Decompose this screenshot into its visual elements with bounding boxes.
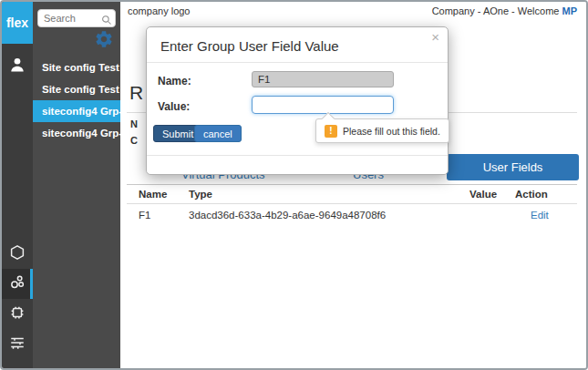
edit-link[interactable]: Edit xyxy=(531,210,549,221)
chip-icon xyxy=(9,304,26,324)
validation-tooltip: ! Please fill out this field. xyxy=(315,118,449,143)
modal-header-divider xyxy=(147,62,448,63)
table-header-value: Value xyxy=(469,189,497,200)
close-icon[interactable]: × xyxy=(431,29,439,45)
user-icon xyxy=(8,56,26,77)
settings-gear-icon[interactable] xyxy=(94,36,114,52)
obscured-label-fragment-2: C xyxy=(130,135,138,146)
name-field[interactable] xyxy=(252,71,394,87)
group-circles-icon xyxy=(9,274,26,294)
table-header-type: Type xyxy=(189,189,212,200)
table-header-action: Action xyxy=(515,189,548,200)
rail-item-groups[interactable] xyxy=(2,269,33,299)
sidebar-item-site-config-test-2[interactable]: Site config Test 2 xyxy=(33,78,120,100)
page-heading-fragment: R xyxy=(129,82,143,104)
rail-item-sliders[interactable] xyxy=(2,329,33,359)
search-box xyxy=(37,9,116,27)
table-header-border xyxy=(127,203,577,204)
sliders-icon xyxy=(9,334,26,355)
rail-bottom-group xyxy=(2,239,33,359)
modal-footer-divider xyxy=(147,155,448,156)
cancel-button[interactable]: cancel xyxy=(194,125,242,142)
table-cell-type: 3dacd36d-633a-4b29-a6ae-9649a48708f6 xyxy=(189,210,386,221)
group-user-field-modal: Enter Group User Field Value × Name: Val… xyxy=(146,26,449,175)
validation-message: Please fill out this field. xyxy=(343,126,440,137)
modal-title: Enter Group User Field Value xyxy=(160,38,339,54)
sidebar: Site config Test 1 Site config Test 2 si… xyxy=(33,2,120,368)
rail-item-hexagon[interactable] xyxy=(2,239,33,269)
sidebar-nav-list: Site config Test 1 Site config Test 2 si… xyxy=(33,57,120,144)
icon-rail: flex xyxy=(2,2,33,368)
rail-item-user[interactable] xyxy=(2,51,33,82)
name-field-label: Name: xyxy=(158,75,191,87)
search-icon xyxy=(101,13,112,29)
tooltip-caret xyxy=(322,112,335,125)
rail-item-chip[interactable] xyxy=(2,299,33,329)
app-window: flex xyxy=(0,0,588,370)
user-initials-link[interactable]: MP xyxy=(562,5,578,16)
table-cell-name: F1 xyxy=(139,210,150,221)
obscured-label-fragment-1: N xyxy=(130,118,138,129)
sidebar-item-siteconfig4-grp-1[interactable]: siteconfig4 Grp-1 xyxy=(33,100,120,122)
company-logo-text: company logo xyxy=(128,5,191,16)
table-header-name: Name xyxy=(139,189,167,200)
welcome-bar: Company - AOne - Welcome MP xyxy=(432,5,577,16)
table-top-border xyxy=(127,184,577,185)
value-field-label: Value: xyxy=(158,100,190,113)
hexagon-icon xyxy=(9,244,26,264)
sidebar-item-site-config-test-1[interactable]: Site config Test 1 xyxy=(33,57,120,78)
sidebar-item-siteconfig4-grp-2[interactable]: siteconfig4 Grp-2 xyxy=(33,122,120,144)
welcome-text: Company - AOne - Welcome xyxy=(432,5,562,16)
flex-logo: flex xyxy=(2,2,33,44)
value-field[interactable] xyxy=(252,96,394,114)
warning-icon: ! xyxy=(325,125,337,138)
tab-user-fields[interactable]: User Fields xyxy=(447,154,579,180)
